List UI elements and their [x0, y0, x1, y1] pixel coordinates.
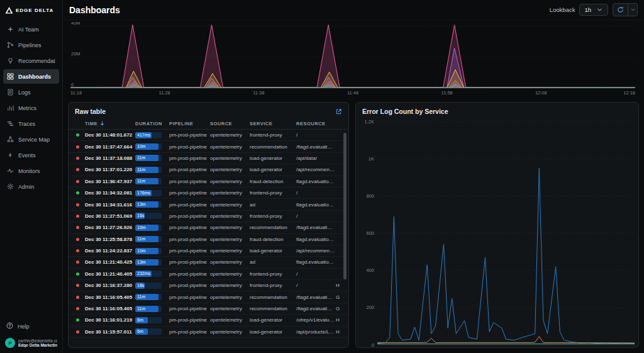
row-resource: / [296, 132, 335, 138]
sidebar-bottom: Help P parthiv@edgedelta.co... Edge Delt… [0, 315, 62, 353]
ai-team-icon [7, 26, 14, 33]
app-root: EDGE DELTA AI Team Pipelines Recommendat… [0, 0, 644, 353]
column-pipeline[interactable]: PIPELINE [169, 121, 209, 126]
row-pipeline: pm-prod-pipeline [169, 202, 209, 208]
sidebar-item-label: Pipelines [18, 42, 42, 48]
table-row[interactable]: Dec 30 11:48:01.672 417ms pm-prod-pipeli… [69, 130, 348, 141]
row-source: opentelemetry [210, 213, 248, 219]
duration-bar: 232ms [135, 271, 162, 277]
table-row[interactable]: Dec 30 11:27:51.069 16s pm-prod-pipeline… [69, 211, 348, 222]
table-scrollbar[interactable] [343, 133, 347, 279]
sidebar-item-admin[interactable]: Admin [3, 179, 59, 194]
table-row[interactable]: Dec 30 11:37:18.088 11m pm-prod-pipeline… [69, 153, 348, 164]
duration-bar: 13m [135, 201, 162, 208]
table-row[interactable]: Dec 30 11:37:01.220 11m pm-prod-pipeline… [69, 164, 348, 176]
row-pipeline: pm-prod-pipeline [169, 179, 209, 184]
row-source: opentelemetry [210, 132, 248, 138]
table-row[interactable]: Dec 30 11:16:05.405 11m pm-prod-pipeline… [69, 303, 348, 315]
error-log-panel-header: Error Log Count by Service [356, 103, 638, 118]
dashboard-content: 40M20M011:1811:2811:3811:4811:5812:0812:… [63, 20, 644, 353]
table-row[interactable]: Dec 30 11:16:05.405 11m pm-prod-pipeline… [69, 291, 348, 303]
status-dot [76, 168, 79, 171]
row-source: opentelemetry [210, 329, 248, 335]
table-row[interactable]: Dec 30 11:34:32.081 176ms pm-prod-pipeli… [69, 188, 348, 199]
column-source[interactable]: SOURCE [210, 121, 248, 126]
sidebar-item-dashboards[interactable]: Dashboards [3, 69, 59, 84]
sidebar-item-help[interactable]: Help [5, 318, 57, 334]
column-duration[interactable]: DURATION [135, 121, 168, 126]
sidebar-item-recommendations[interactable]: Recommendations [3, 53, 59, 68]
error-log-chart[interactable]: 1.2K1K800600400200011:2011:3011:4011:501… [356, 118, 638, 347]
svg-text:40M: 40M [71, 22, 80, 26]
row-time: Dec 30 11:16:01.219 [85, 317, 134, 323]
sidebar-item-events[interactable]: Events [3, 148, 59, 162]
row-pipeline: pm-prod-pipeline [169, 167, 209, 172]
user-chip[interactable]: P parthiv@edgedelta.co... Edge Delta Mar… [5, 338, 57, 348]
table-row[interactable]: Dec 30 11:16:37.280 18s pm-prod-pipeline… [69, 280, 348, 291]
row-time: Dec 30 11:27:26.926 [85, 225, 134, 230]
monitors-icon [7, 167, 14, 174]
svg-text:11:38: 11:38 [253, 90, 264, 96]
duration-bar: 11m [135, 178, 162, 184]
topbar: Dashboards Lookback 1h [63, 0, 644, 20]
open-in-new-icon[interactable] [335, 108, 342, 115]
events-icon [7, 152, 14, 159]
table-row[interactable]: Dec 30 11:36:47.937 11m pm-prod-pipeline… [69, 176, 348, 188]
table-row[interactable]: Dec 30 11:21:40.405 232ms pm-prod-pipeli… [69, 269, 348, 280]
traces-icon [7, 120, 14, 127]
status-dot [76, 272, 79, 276]
sidebar-item-label: Admin [18, 184, 35, 190]
sidebar-item-pipelines[interactable]: Pipelines [3, 38, 59, 52]
row-pipeline: pm-prod-pipeline [169, 306, 209, 311]
lookback-select[interactable]: 1h [579, 4, 608, 16]
sidebar-item-monitors[interactable]: Monitors [3, 164, 59, 178]
column-service[interactable]: SERVICE [250, 121, 295, 126]
row-time: Dec 30 11:34:32.081 [85, 190, 134, 196]
row-service: frontend-proxy [250, 283, 295, 288]
table-row[interactable]: Dec 30 11:25:58.878 11m pm-prod-pipeline… [69, 234, 348, 245]
refresh-split-button [613, 3, 638, 16]
svg-text:1.2K: 1.2K [365, 119, 374, 125]
sidebar-item-metrics[interactable]: Metrics [3, 101, 59, 115]
table-row[interactable]: Dec 30 11:24:22.837 10m pm-prod-pipeline… [69, 245, 348, 257]
row-resource: /api/data/ [296, 155, 335, 161]
table-row[interactable]: Dec 30 11:15:57.011 6m pm-prod-pipeline … [69, 327, 348, 338]
row-duration: 11m [135, 155, 168, 161]
svg-text:600: 600 [366, 230, 374, 236]
refresh-options-button[interactable] [628, 3, 638, 16]
row-duration: 13m [135, 259, 168, 266]
status-dot [76, 226, 79, 229]
sidebar-item-ai-team[interactable]: AI Team [3, 22, 59, 36]
table-row[interactable]: Dec 30 11:27:26.926 10m pm-prod-pipeline… [69, 222, 348, 233]
sidebar-item-label: Traces [18, 121, 35, 127]
row-time: Dec 30 11:21:40.405 [85, 271, 134, 277]
table-row[interactable]: Dec 30 11:16:01.219 6m pm-prod-pipeline … [69, 315, 348, 326]
refresh-button[interactable] [613, 3, 628, 16]
row-resource: /api/products/L9E... [296, 329, 335, 335]
raw-table-header: Raw table [69, 103, 348, 118]
row-resource: /ofrep/v1/evaluate... [296, 317, 335, 323]
sort-descending-icon [99, 120, 106, 127]
row-resource: / [296, 213, 335, 219]
table-row[interactable]: Dec 30 11:21:40.425 13m pm-prod-pipeline… [69, 257, 348, 268]
duration-bar: 13m [135, 259, 162, 266]
row-pipeline: pm-prod-pipeline [169, 294, 209, 300]
sidebar-item-traces[interactable]: Traces [3, 116, 59, 131]
svg-text:11:28: 11:28 [159, 90, 170, 96]
table-row[interactable]: Dec 30 11:34:31.616 13m pm-prod-pipeline… [69, 199, 348, 210]
row-pipeline: pm-prod-pipeline [169, 317, 209, 323]
row-time: Dec 30 11:48:01.672 [85, 132, 134, 138]
column-resource[interactable]: RESOURCE [296, 121, 335, 126]
page-title: Dashboards [69, 5, 120, 15]
dashboards-icon [7, 73, 14, 80]
log-volume-chart[interactable]: 40M20M011:1811:2811:3811:4811:5812:0812:… [68, 22, 639, 96]
recommendations-icon [7, 57, 14, 64]
row-pipeline: pm-prod-pipeline [169, 259, 209, 265]
row-duration: 11m [135, 236, 168, 242]
column-time[interactable]: TIME [85, 120, 134, 127]
row-extra: G [336, 294, 343, 300]
table-row[interactable]: Dec 30 11:37:47.664 10m pm-prod-pipeline… [69, 141, 348, 152]
sidebar-item-logs[interactable]: Logs [3, 85, 59, 99]
row-time: Dec 30 11:21:40.425 [85, 259, 134, 265]
sidebar-item-service-map[interactable]: Service Map [3, 132, 59, 147]
